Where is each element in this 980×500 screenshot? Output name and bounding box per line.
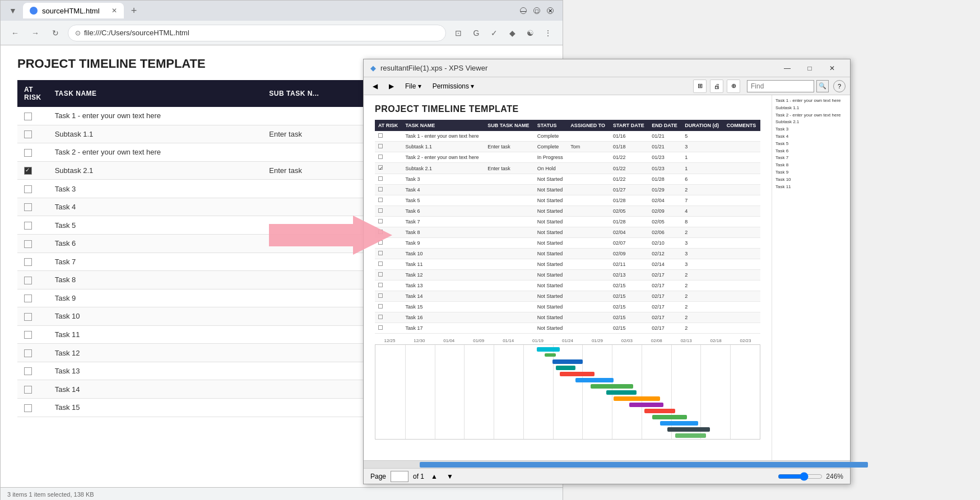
checkbox[interactable] — [24, 185, 32, 193]
subtask-cell — [262, 143, 376, 162]
xps-page-up-btn[interactable]: ▲ — [429, 471, 440, 482]
checkbox-cell[interactable] — [17, 253, 48, 271]
checkbox[interactable] — [24, 113, 32, 120]
xps-subtask — [484, 249, 534, 259]
xps-subtask — [484, 206, 534, 217]
checkbox[interactable] — [24, 258, 32, 266]
minimize-btn[interactable]: — — [520, 7, 527, 14]
checkbox-cell[interactable] — [17, 380, 48, 399]
address-bar[interactable]: ⊙ file:///C:/Users/sourceHTML.html — [68, 25, 446, 41]
more-btn[interactable]: ⋮ — [540, 25, 556, 41]
checkbox-cell[interactable] — [17, 198, 48, 216]
xps-scrollbar-thumb[interactable] — [420, 462, 868, 468]
checkbox[interactable] — [24, 130, 32, 138]
checkbox-cell[interactable] — [17, 125, 48, 143]
gantt-date-label: 12/25 — [375, 338, 405, 343]
xps-task-name: Task 1 - enter your own text here — [402, 131, 485, 142]
xps-help-btn[interactable]: ? — [833, 80, 846, 92]
checkbox[interactable] — [24, 222, 32, 230]
xps-find-bar: 🔍 ? — [747, 80, 846, 92]
file-menu[interactable]: File ▾ — [401, 80, 426, 93]
translate-icon[interactable]: G — [468, 25, 484, 41]
xps-duration: 3 — [681, 142, 723, 152]
checkbox[interactable] — [24, 404, 32, 412]
nav-left-btn[interactable]: ◀ — [368, 80, 382, 93]
xps-comments — [723, 259, 760, 270]
gantt-date-label: 01/24 — [553, 338, 583, 343]
xps-icon-2[interactable]: 🖨 — [710, 80, 723, 93]
task-name-cell: Task 13 — [48, 362, 263, 380]
checkbox[interactable] — [24, 313, 32, 321]
xps-zoom-slider[interactable] — [778, 472, 823, 481]
task-name-cell: Task 10 — [48, 307, 263, 326]
checkbox[interactable] — [24, 167, 32, 175]
checkbox[interactable] — [24, 349, 32, 357]
xps-titlebar: ◆ resultantFile(1).xps - XPS Viewer — □ … — [364, 59, 850, 77]
xps-find-input[interactable] — [747, 80, 814, 92]
checkbox[interactable] — [24, 277, 32, 284]
xps-page-label: Page — [370, 473, 386, 480]
xps-maximize-btn[interactable]: □ — [798, 59, 821, 77]
xps-icon-3[interactable]: ⊕ — [727, 80, 740, 93]
checkbox[interactable] — [24, 386, 32, 394]
checkbox-cell[interactable] — [17, 289, 48, 307]
xps-assigned — [567, 259, 610, 270]
cast-icon[interactable]: ⊡ — [450, 25, 466, 41]
task-name-cell: Task 9 — [48, 289, 263, 307]
checkbox-cell[interactable] — [17, 362, 48, 380]
browser-tab[interactable]: sourceHTML.html ✕ — [23, 3, 124, 18]
xps-task-name: Task 6 — [402, 206, 485, 217]
xps-icon-1[interactable]: ⊞ — [693, 80, 707, 93]
new-tab-btn[interactable]: + — [126, 3, 142, 18]
xps-scrollbar-h[interactable] — [364, 460, 850, 468]
col-at-risk: AT RISK — [17, 80, 48, 107]
maximize-btn[interactable]: □ — [533, 7, 540, 14]
forward-btn[interactable]: → — [27, 25, 43, 41]
xps-start: 02/05 — [610, 206, 648, 217]
col-subtask: SUB TASK N... — [262, 80, 376, 107]
xps-start: 02/15 — [610, 302, 648, 312]
xps-status: Not Started — [534, 259, 568, 270]
xps-zoom-value: 246% — [826, 473, 843, 480]
checkbox[interactable] — [24, 149, 32, 157]
checkbox-cell[interactable] — [17, 325, 48, 344]
legend-item: Subtask 2.1 — [775, 119, 847, 126]
xps-subtask — [484, 270, 534, 281]
ink-icon[interactable]: ◆ — [504, 25, 520, 41]
checkbox-cell[interactable] — [17, 344, 48, 362]
checkbox-cell[interactable] — [17, 234, 48, 253]
checkbox-cell[interactable] — [17, 107, 48, 125]
permissions-menu[interactable]: Permissions ▾ — [428, 80, 479, 93]
checkbox-cell[interactable] — [17, 399, 48, 417]
xps-page-down-btn[interactable]: ▼ — [444, 471, 456, 482]
xps-minimize-btn[interactable]: — — [776, 59, 798, 77]
tab-close-btn[interactable]: ✕ — [112, 7, 117, 15]
browser-titlebar: ▼ sourceHTML.html ✕ + — □ ✕ — [1, 1, 563, 21]
browser-close-btn[interactable]: ✕ — [547, 7, 554, 14]
checkbox[interactable] — [24, 203, 32, 211]
checkbox[interactable] — [24, 295, 32, 302]
checkbox[interactable] — [24, 240, 32, 248]
checkbox-cell[interactable] — [17, 271, 48, 289]
nav-right-btn[interactable]: ▶ — [384, 80, 398, 93]
checkbox-cell[interactable] — [17, 143, 48, 162]
checkbox-cell[interactable] — [17, 307, 48, 326]
back-btn[interactable]: ← — [7, 25, 23, 41]
xps-duration: 1 — [681, 163, 723, 174]
reload-btn[interactable]: ↻ — [48, 25, 63, 41]
grammarly-icon[interactable]: ✓ — [486, 25, 502, 41]
xps-task-name: Task 3 — [402, 174, 485, 185]
xps-status: In Progress — [534, 152, 568, 163]
tab-back-btn[interactable]: ▼ — [5, 3, 21, 18]
legend-item: Task 9 — [775, 169, 847, 176]
checkbox[interactable] — [24, 367, 32, 375]
checkbox-cell[interactable] — [17, 180, 48, 198]
xps-page-input[interactable]: 1 — [391, 471, 408, 482]
checkbox-cell[interactable] — [17, 216, 48, 235]
checkbox-cell[interactable] — [17, 161, 48, 180]
xps-close-btn[interactable]: ✕ — [821, 59, 843, 77]
web-icon[interactable]: ☯ — [522, 25, 538, 41]
xps-table-row: Task 17 Not Started 02/15 02/17 2 — [375, 323, 760, 334]
xps-find-search-btn[interactable]: 🔍 — [816, 80, 829, 92]
checkbox[interactable] — [24, 331, 32, 339]
